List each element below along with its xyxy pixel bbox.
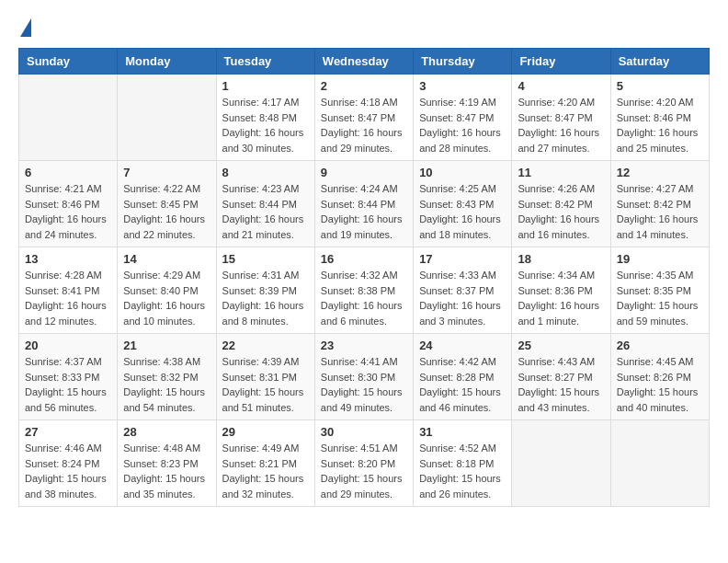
logo-triangle-icon: [20, 18, 31, 37]
calendar-cell: 6Sunrise: 4:21 AMSunset: 8:46 PMDaylight…: [19, 161, 118, 247]
day-number: 16: [321, 252, 407, 266]
day-number: 25: [518, 339, 604, 352]
calendar-week-row: 1Sunrise: 4:17 AMSunset: 8:48 PMDaylight…: [19, 75, 710, 161]
day-number: 28: [123, 425, 210, 439]
day-number: 2: [321, 79, 407, 93]
calendar-cell: 29Sunrise: 4:49 AMSunset: 8:21 PMDayligh…: [216, 420, 314, 507]
page-header: [18, 18, 710, 39]
day-info: Sunrise: 4:18 AMSunset: 8:47 PMDaylight:…: [321, 95, 407, 155]
day-info: Sunrise: 4:37 AMSunset: 8:33 PMDaylight:…: [25, 354, 111, 415]
day-info: Sunrise: 4:42 AMSunset: 8:28 PMDaylight:…: [419, 354, 506, 415]
day-number: 1: [222, 79, 309, 93]
calendar-cell: 24Sunrise: 4:42 AMSunset: 8:28 PMDayligh…: [414, 334, 512, 420]
day-info: Sunrise: 4:25 AMSunset: 8:43 PMDaylight:…: [419, 181, 506, 242]
day-info: Sunrise: 4:38 AMSunset: 8:32 PMDaylight:…: [123, 354, 210, 415]
calendar-table: SundayMondayTuesdayWednesdayThursdayFrid…: [18, 48, 710, 507]
calendar-cell: 31Sunrise: 4:52 AMSunset: 8:18 PMDayligh…: [414, 420, 512, 507]
day-number: 8: [222, 166, 309, 179]
calendar-cell: 13Sunrise: 4:28 AMSunset: 8:41 PMDayligh…: [19, 247, 118, 334]
day-number: 20: [25, 339, 111, 352]
day-number: 30: [321, 425, 407, 439]
day-number: 10: [419, 166, 506, 179]
day-info: Sunrise: 4:31 AMSunset: 8:39 PMDaylight:…: [222, 268, 309, 328]
day-number: 19: [617, 252, 703, 266]
calendar-cell: 12Sunrise: 4:27 AMSunset: 8:42 PMDayligh…: [610, 161, 709, 247]
calendar-cell: 26Sunrise: 4:45 AMSunset: 8:26 PMDayligh…: [610, 334, 709, 420]
col-header-sunday: Sunday: [19, 49, 118, 75]
day-info: Sunrise: 4:24 AMSunset: 8:44 PMDaylight:…: [321, 181, 407, 242]
day-number: 4: [518, 79, 604, 93]
day-number: 11: [518, 166, 604, 179]
day-number: 5: [617, 79, 703, 93]
calendar-cell: 19Sunrise: 4:35 AMSunset: 8:35 PMDayligh…: [610, 247, 709, 334]
day-info: Sunrise: 4:23 AMSunset: 8:44 PMDaylight:…: [222, 181, 309, 242]
calendar-cell: 7Sunrise: 4:22 AMSunset: 8:45 PMDaylight…: [118, 161, 216, 247]
calendar-cell: 4Sunrise: 4:20 AMSunset: 8:47 PMDaylight…: [512, 75, 610, 161]
day-info: Sunrise: 4:48 AMSunset: 8:23 PMDaylight:…: [123, 441, 210, 501]
day-number: 9: [321, 166, 407, 179]
calendar-cell: 21Sunrise: 4:38 AMSunset: 8:32 PMDayligh…: [118, 334, 216, 420]
calendar-cell: [19, 75, 118, 161]
calendar-cell: 14Sunrise: 4:29 AMSunset: 8:40 PMDayligh…: [118, 247, 216, 334]
calendar-cell: 18Sunrise: 4:34 AMSunset: 8:36 PMDayligh…: [512, 247, 610, 334]
day-info: Sunrise: 4:26 AMSunset: 8:42 PMDaylight:…: [518, 181, 604, 242]
calendar-cell: 17Sunrise: 4:33 AMSunset: 8:37 PMDayligh…: [414, 247, 512, 334]
day-number: 3: [419, 79, 506, 93]
day-info: Sunrise: 4:41 AMSunset: 8:30 PMDaylight:…: [321, 354, 407, 415]
calendar-week-row: 27Sunrise: 4:46 AMSunset: 8:24 PMDayligh…: [19, 420, 710, 507]
day-number: 22: [222, 339, 309, 352]
day-number: 21: [123, 339, 210, 352]
day-info: Sunrise: 4:28 AMSunset: 8:41 PMDaylight:…: [25, 268, 111, 328]
day-number: 12: [617, 166, 703, 179]
calendar-cell: 25Sunrise: 4:43 AMSunset: 8:27 PMDayligh…: [512, 334, 610, 420]
day-number: 6: [25, 166, 111, 179]
calendar-cell: 10Sunrise: 4:25 AMSunset: 8:43 PMDayligh…: [414, 161, 512, 247]
day-number: 24: [419, 339, 506, 352]
col-header-wednesday: Wednesday: [314, 49, 413, 75]
calendar-cell: 9Sunrise: 4:24 AMSunset: 8:44 PMDaylight…: [314, 161, 413, 247]
day-info: Sunrise: 4:21 AMSunset: 8:46 PMDaylight:…: [25, 181, 111, 242]
day-number: 7: [123, 166, 210, 179]
day-info: Sunrise: 4:17 AMSunset: 8:48 PMDaylight:…: [222, 95, 309, 155]
calendar-cell: 11Sunrise: 4:26 AMSunset: 8:42 PMDayligh…: [512, 161, 610, 247]
calendar-cell: 3Sunrise: 4:19 AMSunset: 8:47 PMDaylight…: [414, 75, 512, 161]
day-info: Sunrise: 4:20 AMSunset: 8:47 PMDaylight:…: [518, 95, 604, 155]
calendar-cell: 2Sunrise: 4:18 AMSunset: 8:47 PMDaylight…: [314, 75, 413, 161]
day-info: Sunrise: 4:33 AMSunset: 8:37 PMDaylight:…: [419, 268, 506, 328]
calendar-cell: 30Sunrise: 4:51 AMSunset: 8:20 PMDayligh…: [314, 420, 413, 507]
day-info: Sunrise: 4:39 AMSunset: 8:31 PMDaylight:…: [222, 354, 309, 415]
calendar-cell: [512, 420, 610, 507]
calendar-week-row: 13Sunrise: 4:28 AMSunset: 8:41 PMDayligh…: [19, 247, 710, 334]
calendar-cell: [610, 420, 709, 507]
day-info: Sunrise: 4:29 AMSunset: 8:40 PMDaylight:…: [123, 268, 210, 328]
day-info: Sunrise: 4:22 AMSunset: 8:45 PMDaylight:…: [123, 181, 210, 242]
calendar-cell: 22Sunrise: 4:39 AMSunset: 8:31 PMDayligh…: [216, 334, 314, 420]
day-info: Sunrise: 4:49 AMSunset: 8:21 PMDaylight:…: [222, 441, 309, 501]
col-header-friday: Friday: [512, 49, 610, 75]
day-info: Sunrise: 4:52 AMSunset: 8:18 PMDaylight:…: [419, 441, 506, 501]
day-number: 26: [617, 339, 703, 352]
day-number: 31: [419, 425, 506, 439]
calendar-cell: 16Sunrise: 4:32 AMSunset: 8:38 PMDayligh…: [314, 247, 413, 334]
day-info: Sunrise: 4:43 AMSunset: 8:27 PMDaylight:…: [518, 354, 604, 415]
calendar-cell: 15Sunrise: 4:31 AMSunset: 8:39 PMDayligh…: [216, 247, 314, 334]
day-info: Sunrise: 4:20 AMSunset: 8:46 PMDaylight:…: [617, 95, 703, 155]
day-info: Sunrise: 4:35 AMSunset: 8:35 PMDaylight:…: [617, 268, 703, 328]
day-info: Sunrise: 4:19 AMSunset: 8:47 PMDaylight:…: [419, 95, 506, 155]
calendar-cell: 1Sunrise: 4:17 AMSunset: 8:48 PMDaylight…: [216, 75, 314, 161]
calendar-week-row: 20Sunrise: 4:37 AMSunset: 8:33 PMDayligh…: [19, 334, 710, 420]
day-number: 14: [123, 252, 210, 266]
day-info: Sunrise: 4:51 AMSunset: 8:20 PMDaylight:…: [321, 441, 407, 501]
day-number: 27: [25, 425, 111, 439]
col-header-tuesday: Tuesday: [216, 49, 314, 75]
calendar-cell: [118, 75, 216, 161]
day-number: 18: [518, 252, 604, 266]
calendar-cell: 27Sunrise: 4:46 AMSunset: 8:24 PMDayligh…: [19, 420, 118, 507]
calendar-cell: 8Sunrise: 4:23 AMSunset: 8:44 PMDaylight…: [216, 161, 314, 247]
day-info: Sunrise: 4:46 AMSunset: 8:24 PMDaylight:…: [25, 441, 111, 501]
calendar-cell: 28Sunrise: 4:48 AMSunset: 8:23 PMDayligh…: [118, 420, 216, 507]
day-number: 29: [222, 425, 309, 439]
calendar-week-row: 6Sunrise: 4:21 AMSunset: 8:46 PMDaylight…: [19, 161, 710, 247]
col-header-saturday: Saturday: [610, 49, 709, 75]
day-number: 23: [321, 339, 407, 352]
